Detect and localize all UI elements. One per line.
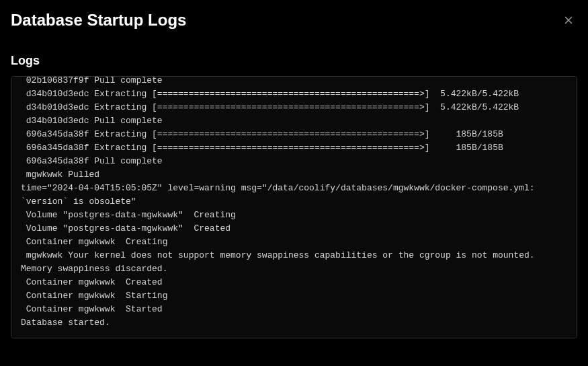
logs-section-label: Logs xyxy=(11,54,577,68)
log-output-container[interactable]: 02b106837f9f Pull complete d34b010d3edc … xyxy=(11,76,577,338)
modal-title: Database Startup Logs xyxy=(11,11,186,30)
close-button[interactable] xyxy=(560,11,577,29)
close-icon xyxy=(562,14,575,26)
modal-header: Database Startup Logs xyxy=(11,11,577,30)
log-output: 02b106837f9f Pull complete d34b010d3edc … xyxy=(21,76,567,330)
